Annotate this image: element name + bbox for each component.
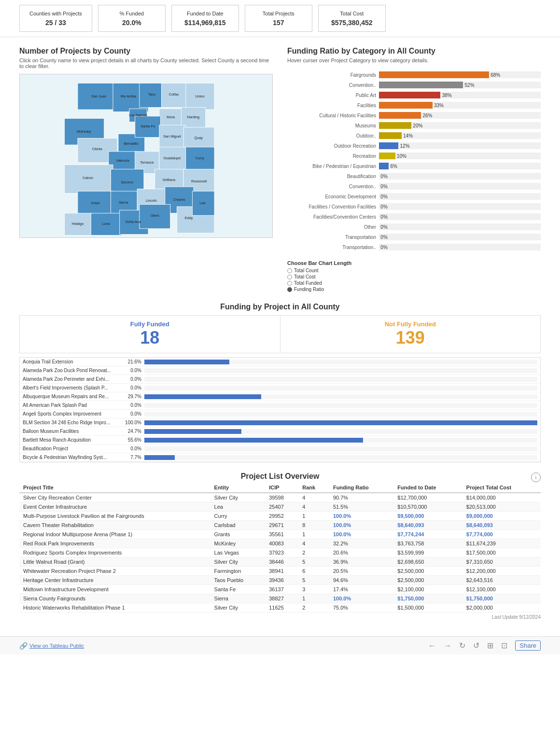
cell-title-12: Historic Waterworks Rehabilitation Phase… [19,603,210,612]
proj-bar-track-1 [144,368,537,373]
county-lea[interactable] [192,191,214,215]
cell-funded-date-11: $1,750,000 [393,594,462,603]
table-row-10: Midtown Infrastructure DevelopmentSanta … [19,585,541,594]
cell-rank-7: 5 [298,557,329,567]
cell-icip-12: 11625 [265,603,298,612]
proj-bar-fill-9 [144,438,363,443]
bar-track-1: 52% [379,82,541,88]
nav-expand[interactable]: ⊡ [501,641,507,650]
col-funding-ratio: Funding Ratio [329,483,393,493]
cell-total-cost-9: $2,643,516 [462,576,541,585]
bar-track-10: 0% [379,173,541,180]
radio-group-title: Choose Bar Chart Length [287,260,541,266]
kpi-total-projects-value: 157 [255,19,302,27]
nav-back[interactable]: ← [428,641,436,650]
funding-section-title: Funding by Project in All County [19,303,541,311]
bar-track-6: 14% [379,132,541,139]
cell-funding-ratio-5: 32.2% [329,539,393,548]
nav-redo[interactable]: ↺ [473,641,479,650]
cell-icip-6: 37923 [265,548,298,557]
kpi-funded-date: Funded to Date $114,969,815 [171,5,239,32]
proj-bar-pct-4: 29.7% [124,394,144,399]
nav-undo[interactable]: ↻ [459,641,465,650]
county-colfax[interactable] [161,83,188,108]
county-map[interactable]: San Juan Rio Arriba Taos Colfax Union Mc… [19,74,273,238]
map-svg: San Juan Rio Arriba Taos Colfax Union Mc… [20,74,272,237]
bar-pct-label-10: 0% [380,174,387,179]
cell-rank-2: 1 [298,512,329,521]
radio-item-2[interactable]: Total Funded [287,280,541,286]
cell-title-8: Whitewater Recreation Project Phase 2 [19,567,210,576]
bar-fill-9 [379,163,389,169]
bar-pct-label-11: 0% [380,184,387,189]
nav-grid[interactable]: ⊞ [487,641,493,650]
radio-item-1[interactable]: Total Cost [287,274,541,279]
bar-label-2: Public Art [287,93,379,98]
cell-entity-6: Las Vegas [210,548,266,557]
bar-fill-2 [379,92,440,98]
main-content: Number of Projects by County Click on Co… [0,37,560,631]
col-rank: Rank [298,483,329,493]
cell-icip-7: 38446 [265,557,298,567]
proj-bar-pct-3: 0.0% [124,385,144,390]
cell-entity-3: Carlsbad [210,521,266,530]
bar-label-11: Convention.. [287,184,379,189]
bar-fill-1 [379,82,463,88]
kpi-total-projects: Total Projects 157 [245,5,312,32]
county-quay[interactable] [183,127,214,150]
cell-entity-2: Curry [210,512,266,521]
county-curry[interactable] [186,147,214,171]
bar-fill-7 [379,142,398,149]
cell-total-cost-11: $1,750,000 [462,594,541,603]
tableau-link[interactable]: View on Tableau Public [29,643,84,649]
cell-funded-date-2: $9,500,000 [393,512,462,521]
cell-icip-3: 29671 [265,521,298,530]
county-hidalgo[interactable] [65,213,93,236]
info-icon[interactable]: i [531,473,541,482]
bar-pct-label-2: 38% [442,93,452,98]
cell-funded-date-0: $12,700,000 [393,493,462,502]
bar-track-13: 0% [379,203,541,210]
bar-row-7: Outdoor Recreation12% [287,141,541,150]
proj-bar-fill-11 [144,455,175,460]
bar-fill-4 [379,112,421,119]
fully-funded-count: 18 [25,328,275,348]
proj-bar-row-7: BLM Section 34 248 Echo Ridge Impro...10… [20,418,540,427]
proj-bar-name-4: Albuquerque Museum Repairs and Re... [23,394,124,399]
cell-icip-10: 36137 [265,585,298,594]
proj-bar-track-5 [144,403,537,408]
cell-funding-ratio-3: 100.0% [329,521,393,530]
radio-label-2: Total Funded [294,280,322,286]
bar-track-15: 0% [379,223,541,230]
share-button[interactable]: Share [515,640,541,651]
county-guadalupe[interactable] [159,147,186,171]
proj-bar-row-0: Acequia Trail Extension21.6% [20,358,540,366]
county-santa-fe[interactable] [135,116,161,138]
cell-funded-date-4: $7,774,244 [393,530,462,539]
cell-rank-4: 1 [298,530,329,539]
county-otero[interactable] [140,205,170,229]
proj-bar-track-9 [144,438,537,443]
map-title: Number of Projects by County [19,47,273,56]
cell-total-cost-2: $9,000,000 [462,512,541,521]
bar-label-9: Bike / Pedestrian / Equestrian [287,164,379,169]
table-row-9: Heritage Center InfrastructureTaos Puebl… [19,576,541,585]
county-union[interactable] [186,83,214,110]
cell-title-0: Silver City Recreation Center [19,493,210,502]
radio-item-0[interactable]: Total Count [287,268,541,273]
proj-bar-fill-4 [144,394,261,399]
kpi-total-cost-label: Total Cost [328,10,376,17]
county-catron[interactable] [65,165,113,194]
cell-icip-0: 39598 [265,493,298,502]
county-san-miguel[interactable] [159,125,186,149]
nav-forward[interactable]: → [444,641,451,650]
county-luna[interactable] [91,213,122,236]
proj-bar-pct-7: 100.0% [124,420,144,425]
cell-icip-8: 38941 [265,567,298,576]
cell-entity-5: McKinley [210,539,266,548]
bar-fill-5 [379,122,411,129]
table-row-4: Regional Indoor Multipurpose Arena (Phas… [19,530,541,539]
bar-row-10: Beautification0% [287,172,541,181]
radio-item-3[interactable]: Funding Ratio [287,287,541,292]
bar-pct-label-14: 0% [380,214,387,220]
